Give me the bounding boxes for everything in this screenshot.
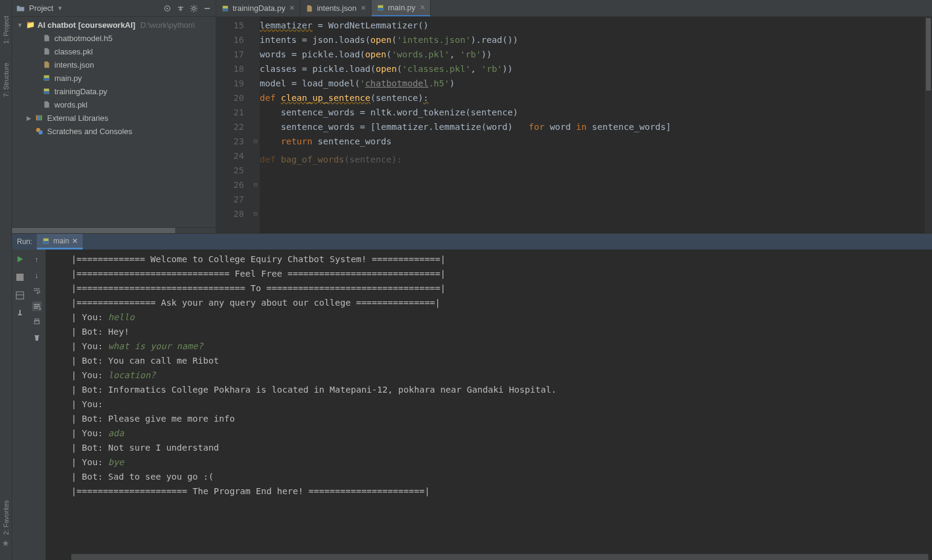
layout-icon[interactable] xyxy=(15,291,25,300)
editor-side: trainingData.py ✕ intents.json ✕ main.py… xyxy=(216,0,932,233)
svg-rect-7 xyxy=(39,130,42,134)
chevron-down-icon[interactable]: ▼ xyxy=(57,5,63,11)
run-rail-left xyxy=(12,249,28,560)
file-icon xyxy=(376,4,385,12)
tree-file-words.pkl[interactable]: words.pkl xyxy=(12,98,216,111)
file-icon xyxy=(42,34,52,42)
target-icon[interactable] xyxy=(162,4,172,13)
svg-rect-5 xyxy=(40,115,42,121)
run-tab-main[interactable]: main ✕ xyxy=(37,234,83,249)
project-hscroll[interactable] xyxy=(12,227,216,233)
tool-structure[interactable]: 7: Structure xyxy=(1,59,11,101)
scratches-icon xyxy=(35,127,45,135)
console-output[interactable]: |============= Welcome to College Equiry… xyxy=(46,249,932,554)
tree-file-classes.pkl[interactable]: classes.pkl xyxy=(12,45,216,58)
project-title: Project xyxy=(29,4,53,13)
close-icon[interactable]: ✕ xyxy=(289,4,295,12)
svg-rect-10 xyxy=(34,321,39,324)
close-icon[interactable]: ✕ xyxy=(72,237,78,245)
file-icon xyxy=(305,4,313,13)
project-root[interactable]: ▼ AI chatbot [courseworkAI] D:\work\pyth… xyxy=(12,18,216,31)
tree-file-chatbotmodel.h5[interactable]: chatbotmodel.h5 xyxy=(12,31,216,45)
tree-file-main.py[interactable]: main.py xyxy=(12,71,216,85)
main-column: Project ▼ ▼ AI chatbot xyxy=(12,0,932,560)
run-tab-label: main xyxy=(53,237,69,245)
scratches[interactable]: Scratches and Consoles xyxy=(12,124,216,138)
svg-rect-3 xyxy=(36,115,38,121)
project-tree[interactable]: ▼ AI chatbot [courseworkAI] D:\work\pyth… xyxy=(12,17,216,227)
tool-favorites[interactable]: 2: Favorites xyxy=(1,497,11,538)
trash-icon[interactable] xyxy=(32,333,42,343)
folder-icon xyxy=(25,21,35,29)
svg-rect-4 xyxy=(38,115,40,121)
gear-icon[interactable] xyxy=(189,4,199,13)
project-panel: Project ▼ ▼ AI chatbot xyxy=(12,0,216,233)
file-icon xyxy=(42,47,52,56)
file-icon xyxy=(42,100,52,109)
fold-column[interactable]: ⊟⊟⊟ xyxy=(251,17,260,233)
tree-file-intents.json[interactable]: intents.json xyxy=(12,58,216,71)
stop-icon[interactable] xyxy=(15,272,25,282)
hide-icon[interactable] xyxy=(202,4,212,13)
run-panel: Run: main ✕ xyxy=(12,233,932,560)
pin-icon[interactable] xyxy=(15,309,25,318)
left-tool-rail: 1: Project 7: Structure 2: Favorites ★ xyxy=(0,0,12,560)
close-icon[interactable]: ✕ xyxy=(361,4,366,12)
run-body: ↑ ↓ |============= Welcome to College Eq… xyxy=(12,249,932,560)
close-icon[interactable]: ✕ xyxy=(420,4,425,11)
run-rail-right: ↑ ↓ xyxy=(28,249,46,560)
console-hscroll[interactable] xyxy=(46,554,932,560)
editor-project-split: Project ▼ ▼ AI chatbot xyxy=(12,0,932,233)
file-icon xyxy=(42,74,52,82)
line-gutter: 1516171819202122232425262728 xyxy=(216,17,251,233)
editor-vscroll[interactable] xyxy=(925,17,932,233)
file-icon xyxy=(42,87,52,95)
tab-trainingData.py[interactable]: trainingData.py ✕ xyxy=(216,0,300,16)
svg-point-2 xyxy=(193,7,195,9)
star-icon: ★ xyxy=(2,538,10,548)
editor-tabs: trainingData.py ✕ intents.json ✕ main.py… xyxy=(216,0,932,17)
wrap-icon[interactable] xyxy=(32,286,42,295)
print-icon[interactable] xyxy=(32,317,42,327)
collapse-all-icon[interactable] xyxy=(176,4,185,13)
project-header: Project ▼ xyxy=(12,0,216,17)
libraries-icon xyxy=(35,114,45,122)
svg-point-1 xyxy=(167,7,169,9)
svg-rect-9 xyxy=(16,292,24,299)
tab-label: main.py xyxy=(388,3,416,12)
project-folder-icon xyxy=(16,4,25,13)
tool-project[interactable]: 1: Project xyxy=(1,12,11,47)
tree-file-trainingData.py[interactable]: trainingData.py xyxy=(12,85,216,98)
tab-main.py[interactable]: main.py ✕ xyxy=(371,0,431,16)
external-libraries[interactable]: ▶ External Libraries xyxy=(12,111,216,124)
scroll-to-end-icon[interactable] xyxy=(32,301,42,311)
file-icon xyxy=(221,4,230,13)
down-icon[interactable]: ↓ xyxy=(32,270,42,280)
run-label: Run: xyxy=(12,237,37,246)
rerun-icon[interactable] xyxy=(15,254,25,264)
svg-rect-8 xyxy=(16,274,24,281)
svg-rect-11 xyxy=(35,319,39,321)
tab-intents.json[interactable]: intents.json ✕ xyxy=(300,0,371,16)
run-header: Run: main ✕ xyxy=(12,234,932,249)
tab-label: intents.json xyxy=(317,4,356,13)
up-icon[interactable]: ↑ xyxy=(32,254,42,264)
editor-area[interactable]: 1516171819202122232425262728 ⊟⊟⊟ lemmati… xyxy=(216,17,932,233)
tab-label: trainingData.py xyxy=(233,4,285,13)
file-icon xyxy=(42,60,52,69)
code-content[interactable]: lemmatizer = WordNetLemmatizer()intents … xyxy=(260,17,925,233)
